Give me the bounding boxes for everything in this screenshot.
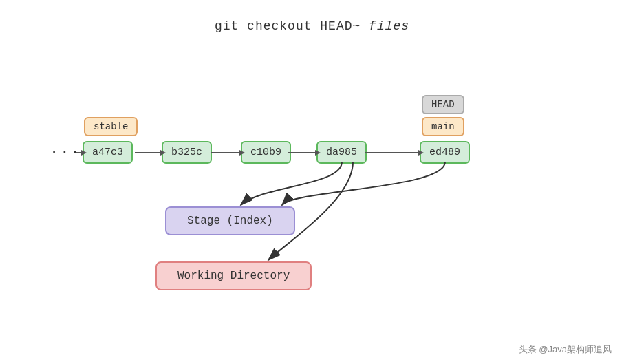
dots-ellipsis: ··· [50,144,81,162]
commit-b325c: b325c [162,141,212,164]
working-directory-box: Working Directory [155,261,312,290]
commit-da985: da985 [316,141,367,164]
commit-c10b9: c10b9 [241,141,291,164]
page-title: git checkout HEAD~ files [215,19,409,33]
label-main: main [422,117,464,136]
title-italic: files [361,19,409,33]
main-container: git checkout HEAD~ files ··· a47c3 b325c… [0,0,624,364]
label-head: HEAD [422,95,464,114]
commit-ed489: ed489 [420,141,470,164]
label-stable: stable [84,117,138,136]
arrows-svg [0,0,624,364]
commit-a47c3: a47c3 [83,141,133,164]
watermark: 头条 @Java架构师追风 [519,343,612,356]
stage-index-box: Stage (Index) [165,206,295,235]
